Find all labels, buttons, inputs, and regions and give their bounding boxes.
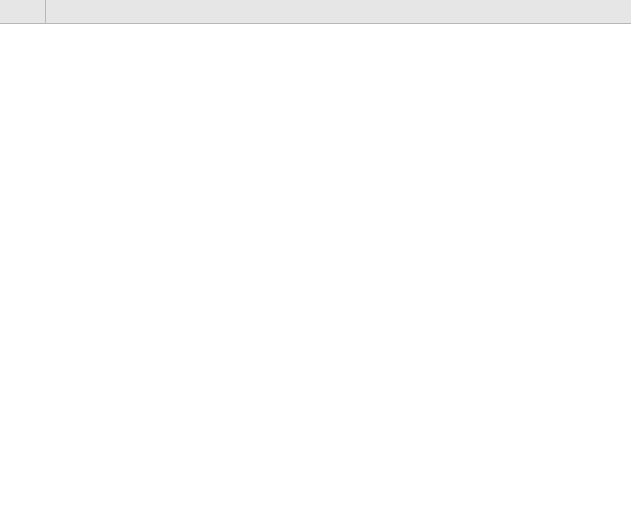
spreadsheet-grid bbox=[0, 0, 631, 506]
cells-area[interactable] bbox=[46, 24, 631, 506]
column-headers bbox=[0, 0, 631, 24]
row-headers bbox=[0, 24, 46, 506]
select-all-corner[interactable] bbox=[0, 0, 46, 24]
